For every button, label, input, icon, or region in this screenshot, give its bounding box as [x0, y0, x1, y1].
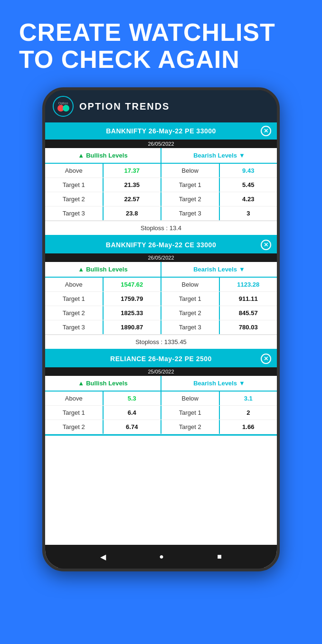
card-1-table: Above 17.37 Below 9.43 Target 1 21.35 Ta… — [45, 164, 277, 221]
app-logo: Option — [53, 96, 74, 117]
nav-recent-button[interactable]: ■ — [217, 552, 222, 561]
card-2: BANKNIFTY 26-May-22 CE 33000 ✕ 26/05/202… — [45, 236, 277, 350]
card-1-bearish-header: Bearish Levels ▼ — [161, 148, 277, 163]
card-3-title: RELIANCE 26-May-22 PE 2500 — [110, 355, 212, 363]
card-3-bullish-header: ▲ Bullish Levels — [45, 376, 161, 391]
app-header: Option OPTION TRENDS — [45, 90, 277, 122]
card-3-levels-header: ▲ Bullish Levels Bearish Levels ▼ — [45, 376, 277, 392]
card-2-stoploss: Stoploss : 1335.45 — [45, 335, 277, 349]
card-1-title: BANKNIFTY 26-May-22 PE 33000 — [106, 127, 216, 135]
table-row: Target 3 23.8 Target 3 3 — [45, 206, 277, 221]
card-2-header: BANKNIFTY 26-May-22 CE 33000 ✕ — [45, 236, 277, 253]
card-3-close[interactable]: ✕ — [261, 354, 271, 364]
card-1-date: 26/05/2022 — [45, 140, 277, 148]
card-3-header: RELIANCE 26-May-22 PE 2500 ✕ — [45, 350, 277, 367]
card-2-date: 26/05/2022 — [45, 253, 277, 262]
phone-content: BANKNIFTY 26-May-22 PE 33000 ✕ 26/05/202… — [45, 122, 277, 568]
bull-value: 17.37 — [104, 164, 162, 177]
table-row: Target 1 6.4 Target 1 2 — [45, 406, 277, 420]
card-2-close[interactable]: ✕ — [261, 240, 271, 250]
table-row: Above 5.3 Below 3.1 — [45, 392, 277, 406]
card-1-header: BANKNIFTY 26-May-22 PE 33000 ✕ — [45, 122, 277, 140]
card-3: RELIANCE 26-May-22 PE 2500 ✕ 25/05/2022 … — [45, 350, 277, 436]
card-2-title: BANKNIFTY 26-May-22 CE 33000 — [106, 241, 216, 249]
nav-home-button[interactable]: ● — [159, 552, 164, 561]
phone-mockup: Option OPTION TRENDS BANKNIFTY 26-May-22… — [0, 87, 322, 571]
card-1-stoploss: Stoploss : 13.4 — [45, 221, 277, 235]
hero-section: CREATE WATCHLIST TO CHECK AGAIN — [0, 0, 322, 83]
bear-label: Below — [161, 164, 220, 177]
bull-label: Above — [45, 164, 104, 177]
card-3-date: 25/05/2022 — [45, 367, 277, 376]
card-1-bullish-header: ▲ Bullish Levels — [45, 148, 161, 163]
card-1-close[interactable]: ✕ — [261, 126, 271, 136]
table-row: Target 1 21.35 Target 1 5.45 — [45, 178, 277, 192]
nav-back-button[interactable]: ◀ — [100, 552, 106, 561]
table-row: Above 1547.62 Below 1123.28 — [45, 278, 277, 292]
card-1: BANKNIFTY 26-May-22 PE 33000 ✕ 26/05/202… — [45, 122, 277, 236]
table-row: Target 2 1825.33 Target 2 845.57 — [45, 306, 277, 320]
card-2-bullish-header: ▲ Bullish Levels — [45, 262, 161, 277]
table-row: Above 17.37 Below 9.43 — [45, 164, 277, 178]
card-3-table: Above 5.3 Below 3.1 Target 1 6.4 Target … — [45, 392, 277, 434]
app-title: OPTION TRENDS — [79, 101, 170, 112]
bear-value: 9.43 — [220, 164, 277, 177]
phone-nav-bar: ◀ ● ■ — [45, 545, 277, 569]
bearish-arrow-down: ▼ — [239, 152, 245, 159]
hero-line1: CREATE WATCHLIST — [19, 19, 303, 46]
bullish-arrow-up: ▲ — [78, 152, 84, 159]
hero-line2: TO CHECK AGAIN — [19, 46, 303, 73]
card-2-table: Above 1547.62 Below 1123.28 Target 1 175… — [45, 278, 277, 335]
table-row: Target 3 1890.87 Target 3 780.03 — [45, 320, 277, 335]
card-1-levels-header: ▲ Bullish Levels Bearish Levels ▼ — [45, 148, 277, 164]
card-2-bearish-header: Bearish Levels ▼ — [161, 262, 277, 277]
table-row: Target 1 1759.79 Target 1 911.11 — [45, 292, 277, 306]
card-3-bearish-header: Bearish Levels ▼ — [161, 376, 277, 391]
card-2-levels-header: ▲ Bullish Levels Bearish Levels ▼ — [45, 262, 277, 278]
table-row: Target 2 22.57 Target 2 4.23 — [45, 192, 277, 206]
phone-frame: Option OPTION TRENDS BANKNIFTY 26-May-22… — [42, 87, 280, 571]
table-row: Target 2 6.74 Target 2 1.66 — [45, 420, 277, 434]
